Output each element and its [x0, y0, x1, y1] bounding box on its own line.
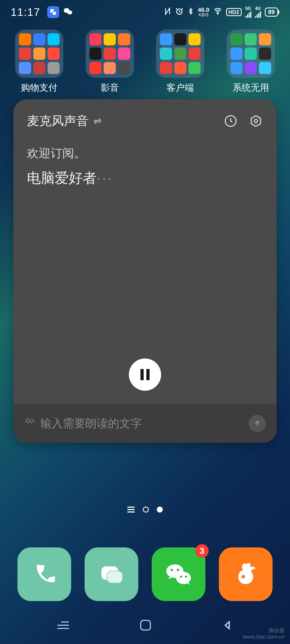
dock-uc-browser[interactable]	[219, 547, 273, 601]
nav-home[interactable]	[140, 620, 151, 631]
svg-rect-1	[53, 12, 56, 15]
tts-input-bar: 输入需要朗读的文字	[13, 404, 277, 443]
swap-icon[interactable]: ⇌	[93, 115, 102, 127]
translate-icon	[47, 6, 59, 18]
tts-text-line-1: 欢迎订阅。	[27, 145, 263, 161]
history-icon[interactable]	[223, 114, 238, 128]
page-dot-1[interactable]	[143, 507, 149, 513]
nfc-icon	[164, 7, 172, 17]
folder-clients[interactable]: 客户端	[148, 30, 212, 94]
svg-point-22	[241, 575, 245, 579]
dock-messages[interactable]	[85, 547, 138, 601]
svg-point-17	[171, 569, 173, 571]
tts-header: 麦克风声音 ⇌	[13, 99, 277, 137]
dock: 3	[0, 547, 290, 601]
status-bar: 11:17 46.0 KB/S HD2 5G 4G 89	[0, 0, 290, 24]
svg-point-3	[67, 10, 72, 14]
svg-point-18	[177, 569, 179, 571]
tts-body: 欢迎订阅。 电脑爱好者···	[13, 137, 277, 358]
nav-back[interactable]	[222, 620, 233, 631]
folder-shopping[interactable]: 购物支付	[7, 30, 71, 94]
signal-5g: 5G	[245, 6, 251, 18]
folder-system[interactable]: 系统无用	[219, 30, 283, 94]
pause-icon	[140, 369, 150, 380]
folder-media[interactable]: 影音	[78, 30, 142, 94]
page-dot-2[interactable]	[157, 507, 163, 513]
settings-icon[interactable]	[249, 114, 263, 128]
svg-point-21	[185, 576, 187, 578]
alarm-icon	[175, 7, 183, 17]
svg-point-20	[180, 576, 182, 578]
svg-point-5	[217, 13, 218, 14]
page-drawer-icon[interactable]	[127, 507, 135, 513]
ellipsis-icon: ···	[97, 170, 113, 186]
status-bar-left: 11:17	[11, 6, 73, 18]
hd-badge: HD2	[226, 8, 242, 16]
watermark: 路由器 www.cfan.com.cn	[243, 627, 285, 640]
wifi-icon	[213, 7, 222, 17]
wechat-notif-icon	[63, 6, 73, 18]
svg-point-19	[176, 572, 191, 584]
nav-recent[interactable]	[57, 621, 69, 629]
folder-row-1: 购物支付 影音 客户端 系统无用	[0, 24, 290, 94]
tts-input[interactable]: 输入需要朗读的文字	[40, 416, 243, 431]
send-button[interactable]	[249, 415, 266, 432]
tts-title[interactable]: 麦克风声音	[27, 113, 89, 129]
svg-point-13	[26, 419, 30, 422]
svg-point-12	[254, 119, 258, 123]
pause-button[interactable]	[129, 358, 161, 391]
signal-4g: 4G	[255, 6, 261, 18]
voice-input-icon[interactable]	[24, 417, 35, 430]
wechat-badge: 3	[195, 544, 209, 558]
tts-card: 麦克风声音 ⇌ 欢迎订阅。 电脑爱好者··· 输入需要朗读的文字	[13, 99, 277, 443]
battery-indicator: 89	[265, 8, 279, 17]
page-indicator[interactable]	[0, 507, 290, 513]
dock-wechat[interactable]: 3	[152, 547, 205, 601]
status-time: 11:17	[11, 6, 40, 18]
dock-phone[interactable]	[17, 547, 71, 601]
tts-text-line-2: 电脑爱好者···	[27, 169, 263, 188]
status-bar-right: 46.0 KB/S HD2 5G 4G 89	[164, 6, 279, 18]
svg-rect-15	[107, 571, 122, 583]
network-speed: 46.0 KB/S	[198, 7, 209, 17]
bluetooth-icon	[187, 7, 194, 17]
